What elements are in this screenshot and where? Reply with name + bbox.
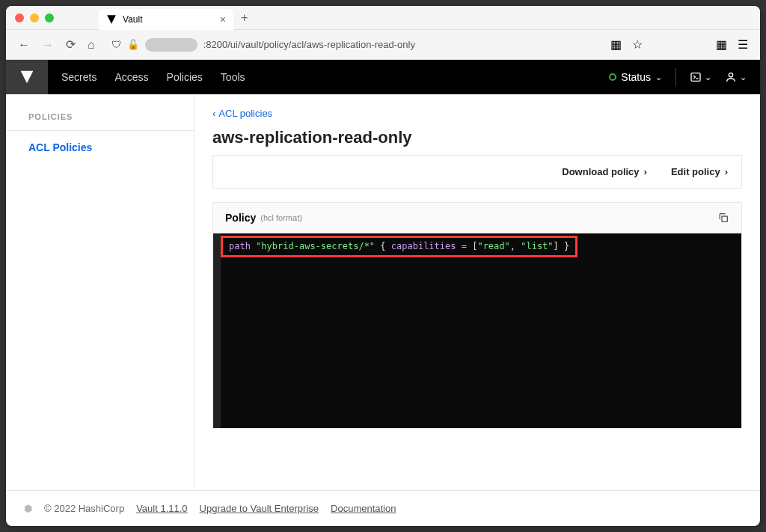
chevron-right-icon: › (725, 166, 728, 177)
page-title: aws-replication-read-only (212, 128, 742, 147)
breadcrumb-back[interactable]: ‹ ACL policies (212, 108, 742, 119)
main-content: ‹ ACL policies aws-replication-read-only… (194, 94, 760, 490)
nav-access[interactable]: Access (114, 71, 148, 83)
policy-format: (hcl format) (260, 213, 302, 222)
sidebar: POLICIES ACL Policies (6, 94, 194, 490)
breadcrumb-label: ACL policies (218, 108, 272, 119)
hashicorp-logo-icon: ⬢ (24, 503, 32, 514)
svg-point-1 (729, 73, 732, 77)
url-bar[interactable]: 🛡 🔓 :8200/ui/vault/policy/acl/aws-replic… (107, 38, 598, 52)
copy-button[interactable] (717, 212, 729, 224)
app-header: Secrets Access Policies Tools Status ⌄ ⌄… (6, 60, 760, 94)
vault-favicon-icon (106, 14, 117, 25)
home-button[interactable]: ⌂ (88, 38, 95, 52)
highlighted-code-region: path "hybrid-aws-secrets/*" { capabiliti… (221, 236, 577, 257)
forward-button[interactable]: → (42, 38, 54, 52)
reload-button[interactable]: ⟳ (66, 37, 76, 52)
vault-logo[interactable] (6, 60, 48, 94)
copyright: © 2022 HashiCorp (44, 503, 124, 514)
browser-toolbar: ← → ⟳ ⌂ 🛡 🔓 :8200/ui/vault/policy/acl/aw… (6, 30, 760, 60)
footer: ⬢ © 2022 HashiCorp Vault 1.11.0 Upgrade … (6, 490, 760, 526)
status-dropdown[interactable]: Status ⌄ (609, 71, 662, 83)
shield-icon: 🛡 (111, 39, 121, 50)
insecure-lock-icon: 🔓 (127, 39, 139, 50)
chevron-down-icon: ⌄ (740, 73, 747, 82)
svg-rect-2 (722, 216, 727, 221)
code-editor[interactable]: path "hybrid-aws-secrets/*" { capabiliti… (213, 233, 741, 428)
status-label: Status (621, 71, 651, 83)
documentation-link[interactable]: Documentation (331, 503, 396, 514)
tab-title: Vault (123, 14, 142, 25)
window-close-button[interactable] (15, 13, 24, 22)
nav-tools[interactable]: Tools (221, 71, 245, 83)
sidebar-item-acl-policies[interactable]: ACL Policies (6, 131, 194, 164)
status-indicator-icon (609, 73, 616, 81)
console-dropdown[interactable]: ⌄ (690, 71, 711, 83)
policy-panel: Policy (hcl format) path "hybrid-aws-sec… (212, 202, 742, 429)
browser-tab[interactable]: Vault × (99, 9, 233, 30)
divider (675, 68, 676, 86)
version-link[interactable]: Vault 1.11.0 (136, 503, 187, 514)
user-icon (725, 71, 737, 83)
bookmark-icon[interactable]: ☆ (632, 37, 643, 52)
chevron-left-icon: ‹ (212, 108, 215, 119)
menu-icon[interactable]: ☰ (738, 37, 748, 52)
sidebar-heading: POLICIES (6, 112, 194, 130)
chevron-down-icon: ⌄ (655, 73, 662, 82)
back-button[interactable]: ← (18, 38, 30, 52)
chevron-right-icon: › (644, 166, 647, 177)
browser-titlebar: Vault × + (6, 6, 760, 30)
download-policy-button[interactable]: Download policy › (562, 166, 647, 177)
user-dropdown[interactable]: ⌄ (725, 71, 747, 83)
chevron-down-icon: ⌄ (705, 73, 711, 82)
new-tab-button[interactable]: + (241, 11, 248, 25)
edit-policy-button[interactable]: Edit policy › (671, 166, 728, 177)
upgrade-link[interactable]: Upgrade to Vault Enterprise (200, 503, 319, 514)
url-text: :8200/ui/vault/policy/acl/aws-replicatio… (203, 39, 415, 50)
apps-icon[interactable]: ▦ (716, 37, 727, 52)
close-tab-icon[interactable]: × (220, 13, 226, 25)
terminal-icon (690, 71, 702, 83)
download-label: Download policy (562, 166, 639, 177)
window-minimize-button[interactable] (30, 13, 39, 22)
policy-label: Policy (225, 212, 256, 224)
edit-label: Edit policy (671, 166, 720, 177)
url-redacted-host (145, 38, 197, 52)
nav-secrets[interactable]: Secrets (61, 71, 96, 83)
window-maximize-button[interactable] (45, 13, 54, 22)
nav-policies[interactable]: Policies (167, 71, 203, 83)
qr-icon[interactable]: ▦ (610, 37, 622, 52)
copy-icon (717, 212, 729, 224)
action-bar: Download policy › Edit policy › (212, 155, 742, 189)
vault-logo-icon (19, 70, 34, 85)
